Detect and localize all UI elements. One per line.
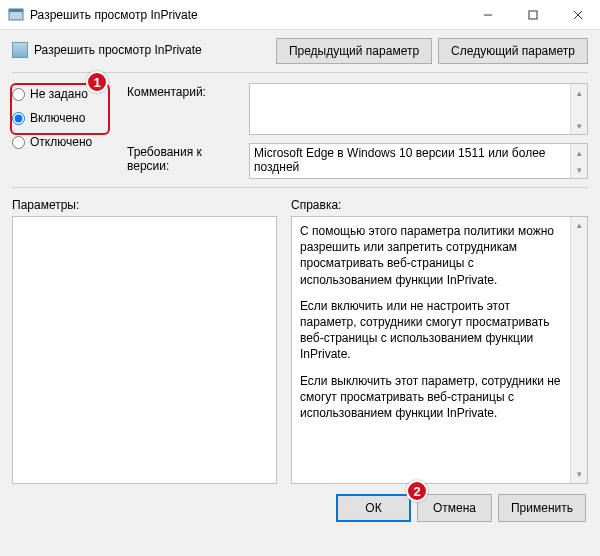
svg-rect-3 bbox=[529, 11, 537, 19]
state-radio-group: 1 Не задано Включено Отключено bbox=[12, 83, 127, 159]
help-column: Справка: С помощью этого параметра полит… bbox=[291, 198, 588, 484]
prev-setting-button[interactable]: Предыдущий параметр bbox=[276, 38, 432, 64]
radio-not-configured-input[interactable] bbox=[12, 88, 25, 101]
help-panel[interactable]: С помощью этого параметра политики можно… bbox=[291, 216, 588, 484]
radio-enabled-label: Включено bbox=[30, 111, 85, 125]
columns-row: Параметры: Справка: С помощью этого пара… bbox=[12, 198, 588, 484]
config-row: 1 Не задано Включено Отключено Комментар… bbox=[12, 83, 588, 179]
scroll-down-icon[interactable]: ▾ bbox=[571, 161, 587, 178]
close-button[interactable] bbox=[555, 0, 600, 30]
policy-title: Разрешить просмотр InPrivate bbox=[34, 43, 202, 57]
scrollbar[interactable]: ▴ ▾ bbox=[570, 84, 587, 134]
scrollbar[interactable]: ▴ ▾ bbox=[570, 144, 587, 178]
policy-heading: Разрешить просмотр InPrivate bbox=[12, 38, 202, 58]
scroll-down-icon[interactable]: ▾ bbox=[571, 117, 587, 134]
policy-icon bbox=[12, 42, 28, 58]
help-paragraph: Если включить или не настроить этот пара… bbox=[300, 298, 565, 363]
header-row: Разрешить просмотр InPrivate Предыдущий … bbox=[12, 38, 588, 64]
svg-rect-1 bbox=[9, 9, 23, 12]
cancel-button[interactable]: Отмена bbox=[417, 494, 492, 522]
parameters-label: Параметры: bbox=[12, 198, 277, 212]
scroll-up-icon[interactable]: ▴ bbox=[571, 217, 587, 234]
requirements-value: Microsoft Edge в Windows 10 версии 1511 … bbox=[254, 146, 546, 174]
help-label: Справка: bbox=[291, 198, 588, 212]
parameters-panel[interactable] bbox=[12, 216, 277, 484]
ok-button[interactable]: ОК bbox=[336, 494, 411, 522]
footer: 2 ОК Отмена Применить bbox=[12, 494, 588, 522]
divider bbox=[12, 187, 588, 188]
radio-disabled-label: Отключено bbox=[30, 135, 92, 149]
window-title: Разрешить просмотр InPrivate bbox=[30, 8, 465, 22]
comment-label: Комментарий: bbox=[127, 83, 241, 99]
maximize-button[interactable] bbox=[510, 0, 555, 30]
radio-disabled[interactable]: Отключено bbox=[12, 135, 127, 149]
minimize-button[interactable] bbox=[465, 0, 510, 30]
apply-button[interactable]: Применить bbox=[498, 494, 586, 522]
content: Разрешить просмотр InPrivate Предыдущий … bbox=[0, 30, 600, 532]
titlebar: Разрешить просмотр InPrivate bbox=[0, 0, 600, 30]
annotation-badge-2: 2 bbox=[406, 480, 428, 502]
scroll-up-icon[interactable]: ▴ bbox=[571, 84, 587, 101]
scroll-up-icon[interactable]: ▴ bbox=[571, 144, 587, 161]
scroll-down-icon[interactable]: ▾ bbox=[571, 466, 587, 483]
comment-textarea[interactable]: ▴ ▾ bbox=[249, 83, 588, 135]
help-paragraph: С помощью этого параметра политики можно… bbox=[300, 223, 565, 288]
radio-not-configured[interactable]: Не задано bbox=[12, 87, 127, 101]
help-paragraph: Если выключить этот параметр, сотрудники… bbox=[300, 373, 565, 422]
radio-not-configured-label: Не задано bbox=[30, 87, 88, 101]
fields-column: Комментарий: ▴ ▾ Требования к версии: Mi… bbox=[127, 83, 588, 179]
nav-buttons: Предыдущий параметр Следующий параметр bbox=[276, 38, 588, 64]
parameters-column: Параметры: bbox=[12, 198, 277, 484]
annotation-badge-1: 1 bbox=[86, 71, 108, 93]
next-setting-button[interactable]: Следующий параметр bbox=[438, 38, 588, 64]
scrollbar[interactable]: ▴ ▾ bbox=[570, 217, 587, 483]
app-icon bbox=[8, 7, 24, 23]
comment-row: Комментарий: ▴ ▾ bbox=[127, 83, 588, 135]
radio-enabled-input[interactable] bbox=[12, 112, 25, 125]
radio-disabled-input[interactable] bbox=[12, 136, 25, 149]
requirements-label: Требования к версии: bbox=[127, 143, 241, 173]
requirements-textarea[interactable]: Microsoft Edge в Windows 10 версии 1511 … bbox=[249, 143, 588, 179]
radio-enabled[interactable]: Включено bbox=[12, 111, 127, 125]
requirements-row: Требования к версии: Microsoft Edge в Wi… bbox=[127, 143, 588, 179]
window-controls bbox=[465, 0, 600, 30]
